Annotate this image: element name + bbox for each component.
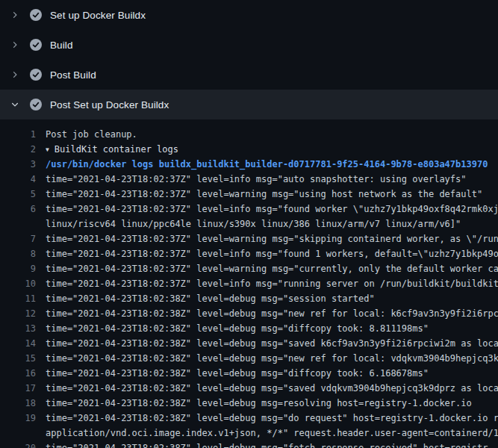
line-number[interactable]: 7 xyxy=(0,231,36,246)
log-line: 13time="2021-04-23T18:02:38Z" level=debu… xyxy=(0,321,498,336)
step-title: Build xyxy=(50,40,73,51)
log-text-wrap: linux/riscv64 linux/ppc64le linux/s390x … xyxy=(46,217,498,231)
log-text: time="2021-04-23T18:02:38Z" level=debug … xyxy=(46,411,498,426)
log-text: time="2021-04-23T18:02:38Z" level=debug … xyxy=(46,291,498,306)
check-circle-icon xyxy=(30,9,42,21)
check-circle-icon xyxy=(30,99,42,111)
step-title: Post Set up Docker Buildx xyxy=(50,99,169,111)
chevron-right-icon xyxy=(10,40,19,49)
chevron-right-icon xyxy=(10,70,19,79)
log-text: time="2021-04-23T18:02:38Z" level=debug … xyxy=(46,396,498,411)
step-title: Post Build xyxy=(50,69,96,81)
actions-log-viewer: Set up Docker BuildxBuildPost BuildPost … xyxy=(0,0,498,448)
log-line: 15time="2021-04-23T18:02:38Z" level=debu… xyxy=(0,351,498,366)
line-number[interactable]: 13 xyxy=(0,321,36,336)
log-line: 6time="2021-04-23T18:02:37Z" level=info … xyxy=(0,202,498,217)
log-line: 11time="2021-04-23T18:02:38Z" level=debu… xyxy=(0,291,498,306)
step-row-build[interactable]: Build xyxy=(0,30,498,60)
log-text: time="2021-04-23T18:02:38Z" level=debug … xyxy=(46,441,498,448)
log-text: time="2021-04-23T18:02:38Z" level=debug … xyxy=(46,336,498,351)
log-line: linux/riscv64 linux/ppc64le linux/s390x … xyxy=(0,217,498,231)
log-line: 20time="2021-04-23T18:02:38Z" level=debu… xyxy=(0,441,498,448)
line-number[interactable]: 16 xyxy=(0,366,36,381)
log-text: time="2021-04-23T18:02:38Z" level=debug … xyxy=(46,321,498,336)
line-number[interactable]: 9 xyxy=(0,261,36,276)
line-number xyxy=(0,426,36,441)
steps-list: Set up Docker BuildxBuildPost BuildPost … xyxy=(0,0,498,119)
log-text: time="2021-04-23T18:02:37Z" level=info m… xyxy=(46,202,498,217)
log-command-text: /usr/bin/docker logs buildx_buildkit_bui… xyxy=(46,157,498,172)
line-number[interactable]: 19 xyxy=(0,411,36,426)
line-number[interactable]: 6 xyxy=(0,202,36,217)
log-line: 5time="2021-04-23T18:02:37Z" level=warni… xyxy=(0,187,498,202)
log-text: time="2021-04-23T18:02:37Z" level=info m… xyxy=(46,246,498,261)
check-circle-icon xyxy=(30,69,42,81)
log-line: 17time="2021-04-23T18:02:38Z" level=debu… xyxy=(0,381,498,396)
log-lines: 1Post job cleanup.2▼BuildKit container l… xyxy=(0,119,498,448)
line-number[interactable]: 14 xyxy=(0,336,36,351)
log-text: time="2021-04-23T18:02:38Z" level=debug … xyxy=(46,366,498,381)
log-group-toggle[interactable]: ▼BuildKit container logs xyxy=(46,142,498,157)
log-line: 3/usr/bin/docker logs buildx_buildkit_bu… xyxy=(0,157,498,172)
log-text: time="2021-04-23T18:02:38Z" level=debug … xyxy=(46,306,498,321)
log-line: 16time="2021-04-23T18:02:38Z" level=debu… xyxy=(0,366,498,381)
line-number xyxy=(0,217,36,231)
line-number[interactable]: 12 xyxy=(0,306,36,321)
log-line: 18time="2021-04-23T18:02:38Z" level=debu… xyxy=(0,396,498,411)
log-text: time="2021-04-23T18:02:37Z" level=info m… xyxy=(46,276,498,291)
log-line: 4time="2021-04-23T18:02:37Z" level=info … xyxy=(0,172,498,187)
chevron-down-icon xyxy=(10,100,19,109)
log-group-label: BuildKit container logs xyxy=(55,144,178,155)
log-text: time="2021-04-23T18:02:38Z" level=debug … xyxy=(46,351,498,366)
log-line: 14time="2021-04-23T18:02:38Z" level=debu… xyxy=(0,336,498,351)
log-line: 7time="2021-04-23T18:02:37Z" level=warni… xyxy=(0,231,498,246)
line-number[interactable]: 8 xyxy=(0,246,36,261)
line-number[interactable]: 10 xyxy=(0,276,36,291)
log-text: Post job cleanup. xyxy=(46,127,498,142)
line-number[interactable]: 15 xyxy=(0,351,36,366)
log-line: 19time="2021-04-23T18:02:38Z" level=debu… xyxy=(0,411,498,426)
triangle-down-icon: ▼ xyxy=(46,143,49,157)
line-number[interactable]: 5 xyxy=(0,187,36,202)
line-number[interactable]: 20 xyxy=(0,441,36,448)
step-title: Set up Docker Buildx xyxy=(50,10,146,21)
log-line: 1Post job cleanup. xyxy=(0,127,498,142)
log-text: time="2021-04-23T18:02:37Z" level=warnin… xyxy=(46,261,498,276)
log-line: 12time="2021-04-23T18:02:38Z" level=debu… xyxy=(0,306,498,321)
line-number[interactable]: 17 xyxy=(0,381,36,396)
log-line: 10time="2021-04-23T18:02:37Z" level=info… xyxy=(0,276,498,291)
line-number[interactable]: 2 xyxy=(0,142,36,157)
log-text-wrap: application/vnd.oci.image.index.v1+json,… xyxy=(46,426,498,441)
check-circle-icon xyxy=(30,39,42,51)
log-line: 9time="2021-04-23T18:02:37Z" level=warni… xyxy=(0,261,498,276)
line-number[interactable]: 11 xyxy=(0,291,36,306)
chevron-right-icon xyxy=(10,10,19,19)
line-number[interactable]: 1 xyxy=(0,127,36,142)
log-line: application/vnd.oci.image.index.v1+json,… xyxy=(0,426,498,441)
log-line: 2▼BuildKit container logs xyxy=(0,142,498,157)
line-number[interactable]: 3 xyxy=(0,157,36,172)
log-text: time="2021-04-23T18:02:37Z" level=warnin… xyxy=(46,231,498,246)
line-number[interactable]: 18 xyxy=(0,396,36,411)
log-text: time="2021-04-23T18:02:37Z" level=info m… xyxy=(46,172,498,187)
step-row-post-build[interactable]: Post Build xyxy=(0,60,498,90)
log-line: 8time="2021-04-23T18:02:37Z" level=info … xyxy=(0,246,498,261)
line-number[interactable]: 4 xyxy=(0,172,36,187)
log-text: time="2021-04-23T18:02:38Z" level=debug … xyxy=(46,381,498,396)
log-text: time="2021-04-23T18:02:37Z" level=warnin… xyxy=(46,187,498,202)
step-row-set-up-docker-buildx[interactable]: Set up Docker Buildx xyxy=(0,0,498,30)
step-row-post-set-up-docker-buildx[interactable]: Post Set up Docker Buildx xyxy=(0,90,498,119)
